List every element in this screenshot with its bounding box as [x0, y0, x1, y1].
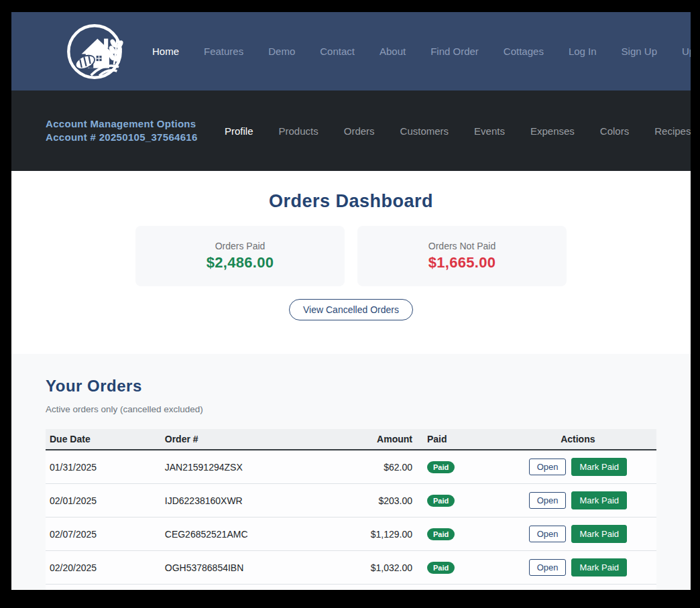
topnav-item-cottages[interactable]: Cottages: [504, 46, 544, 57]
your-orders-title: Your Orders: [46, 377, 656, 396]
col-header-order-number: Order #: [161, 429, 343, 450]
open-button[interactable]: Open: [529, 492, 567, 509]
due-date-cell: 02/20/2025: [46, 551, 161, 585]
orders-dashboard-section: Orders Dashboard Orders Paid $2,486.00 O…: [11, 171, 691, 354]
table-row: 02/07/2025 CEG26852521AMC $1,129.00 Paid…: [46, 518, 656, 551]
topnav-links: Home Features Demo Contact About Find Or…: [152, 46, 691, 57]
due-date-cell: 02/27/2025: [46, 585, 161, 591]
orders-not-paid-value: $1,665.00: [428, 254, 496, 271]
table-row: 02/01/2025 IJD62238160XWR $203.00 Paid O…: [46, 484, 656, 518]
app-window: Home Features Demo Contact About Find Or…: [11, 12, 691, 590]
topnav-item-contact[interactable]: Contact: [320, 46, 355, 57]
account-number: Account # 20250105_37564616: [46, 131, 207, 144]
amount-cell: $203.00: [342, 484, 419, 518]
orders-subtitle: Active orders only (cancelled excluded): [46, 404, 656, 414]
orders-not-paid-card: Orders Not Paid $1,665.00: [357, 226, 567, 286]
status-badge: Paid: [427, 495, 455, 507]
account-info: Account Management Options Account # 202…: [46, 117, 207, 145]
col-header-amount: Amount: [342, 429, 419, 450]
mark-paid-button[interactable]: Mark Paid: [571, 558, 627, 576]
topnav-item-features[interactable]: Features: [204, 46, 243, 57]
status-badge: Paid: [427, 528, 455, 540]
topnav-item-about[interactable]: About: [380, 46, 406, 57]
subnav-item-products[interactable]: Products: [279, 125, 318, 137]
subnav-item-events[interactable]: Events: [474, 125, 505, 137]
mark-paid-button[interactable]: Mark Paid: [571, 525, 627, 543]
status-badge: Paid: [427, 562, 455, 574]
table-row: 01/31/2025 JAN21591294ZSX $62.00 Paid Op…: [46, 450, 656, 484]
due-date-cell: 02/07/2025: [46, 518, 161, 551]
farmhouse-bakery-logo-icon[interactable]: [65, 22, 124, 81]
topnav-item-updates[interactable]: Updates: [682, 46, 691, 57]
col-header-actions: Actions: [500, 429, 656, 450]
subnav-links: Profile Products Orders Customers Events…: [225, 125, 691, 137]
top-navbar: Home Features Demo Contact About Find Or…: [11, 12, 691, 90]
amount-cell: $62.00: [342, 450, 419, 484]
view-cancelled-orders-button[interactable]: View Cancelled Orders: [289, 299, 413, 320]
open-button[interactable]: Open: [529, 459, 567, 475]
col-header-due-date: Due Date: [46, 429, 161, 450]
order-number-cell: JAN21591294ZSX: [161, 450, 343, 484]
orders-paid-card: Orders Paid $2,486.00: [135, 226, 345, 286]
order-number-cell: CEG26852521AMC: [161, 518, 343, 551]
order-number-cell: OGH53786854IBN: [161, 551, 343, 585]
topnav-item-log-in[interactable]: Log In: [569, 46, 597, 57]
topnav-item-sign-up[interactable]: Sign Up: [622, 46, 657, 57]
open-button[interactable]: Open: [529, 559, 567, 576]
status-badge: Paid: [427, 461, 455, 473]
due-date-cell: 01/31/2025: [46, 450, 161, 484]
stat-cards: Orders Paid $2,486.00 Orders Not Paid $1…: [11, 226, 691, 286]
table-row: 02/20/2025 OGH53786854IBN $1,032.00 Paid…: [46, 551, 656, 585]
subnav-item-orders[interactable]: Orders: [344, 125, 375, 137]
col-header-paid: Paid: [419, 429, 500, 450]
account-management-title: Account Management Options: [46, 117, 207, 131]
orders-table: Due Date Order # Amount Paid Actions 01/…: [46, 429, 656, 590]
account-navbar: Account Management Options Account # 202…: [11, 90, 691, 171]
your-orders-section: Your Orders Active orders only (cancelle…: [11, 354, 691, 590]
topnav-item-find-order[interactable]: Find Order: [430, 46, 479, 57]
table-row: 02/27/2025 EGP54985815CHQ $150.00 Unpaid…: [46, 585, 656, 591]
topnav-item-home[interactable]: Home: [152, 46, 179, 57]
amount-cell: $1,129.00: [342, 518, 419, 551]
mark-paid-button[interactable]: Mark Paid: [571, 458, 627, 476]
open-button[interactable]: Open: [529, 526, 567, 542]
page-title: Orders Dashboard: [11, 191, 691, 212]
table-header-row: Due Date Order # Amount Paid Actions: [46, 429, 656, 450]
mark-paid-button[interactable]: Mark Paid: [571, 491, 627, 509]
subnav-item-recipes[interactable]: Recipes: [654, 125, 691, 137]
subnav-item-customers[interactable]: Customers: [400, 125, 449, 137]
order-number-cell: IJD62238160XWR: [161, 484, 343, 518]
order-number-cell: EGP54985815CHQ: [161, 585, 343, 591]
subnav-item-expenses[interactable]: Expenses: [530, 125, 575, 137]
due-date-cell: 02/01/2025: [46, 484, 161, 518]
orders-paid-label: Orders Paid: [215, 241, 266, 251]
orders-paid-value: $2,486.00: [207, 254, 274, 271]
amount-cell: $150.00: [342, 585, 419, 591]
subnav-item-colors[interactable]: Colors: [600, 125, 629, 137]
subnav-item-profile[interactable]: Profile: [225, 125, 253, 137]
topnav-item-demo[interactable]: Demo: [268, 46, 295, 57]
orders-not-paid-label: Orders Not Paid: [428, 241, 495, 251]
amount-cell: $1,032.00: [342, 551, 419, 585]
